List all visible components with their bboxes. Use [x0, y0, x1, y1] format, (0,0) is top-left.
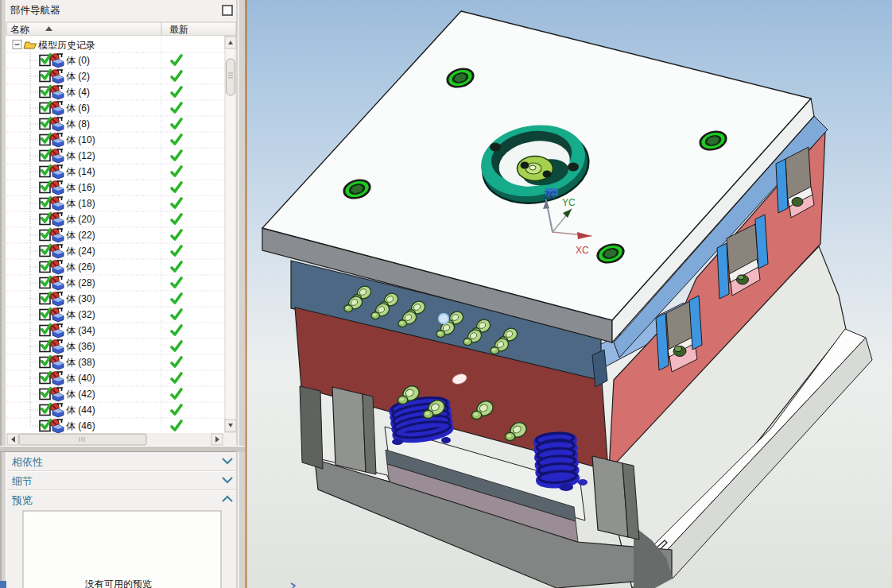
svg-text:体 (44): 体 (44)	[66, 404, 95, 416]
svg-text:YC: YC	[562, 197, 576, 208]
svg-text:体 (16): 体 (16)	[66, 182, 95, 193]
svg-text:体 (32): 体 (32)	[66, 309, 95, 320]
svg-text:体 (4): 体 (4)	[66, 87, 90, 98]
svg-text:体 (28): 体 (28)	[66, 277, 95, 288]
svg-text:体 (36): 体 (36)	[66, 341, 95, 352]
svg-text:名称: 名称	[10, 24, 29, 35]
svg-text:部件导航器: 部件导航器	[10, 5, 60, 16]
svg-text:体 (34): 体 (34)	[66, 325, 95, 336]
svg-text:体 (6): 体 (6)	[66, 103, 90, 114]
svg-text:相依性: 相依性	[11, 456, 43, 468]
svg-text:细节: 细节	[12, 475, 33, 487]
svg-text:体 (42): 体 (42)	[66, 389, 95, 400]
svg-text:体 (40): 体 (40)	[66, 373, 95, 384]
svg-text:体 (0): 体 (0)	[66, 55, 90, 66]
svg-text:体 (14): 体 (14)	[66, 166, 95, 177]
svg-text:模型历史记录: 模型历史记录	[38, 40, 95, 51]
svg-text:体 (38): 体 (38)	[66, 357, 95, 368]
svg-text:体 (24): 体 (24)	[66, 246, 95, 257]
svg-text:体 (18): 体 (18)	[66, 198, 95, 209]
svg-text:体 (26): 体 (26)	[66, 261, 95, 273]
svg-text:体 (12): 体 (12)	[66, 150, 95, 161]
svg-text:体 (30): 体 (30)	[66, 293, 95, 304]
svg-text:没有可用的预览: 没有可用的预览	[84, 578, 152, 588]
svg-text:体 (8): 体 (8)	[66, 118, 90, 130]
svg-text:体 (20): 体 (20)	[66, 214, 95, 225]
svg-text:体 (22): 体 (22)	[66, 230, 95, 241]
svg-text:ZC: ZC	[544, 190, 557, 201]
svg-text:体 (46): 体 (46)	[66, 420, 95, 431]
svg-text:预览: 预览	[11, 494, 33, 506]
svg-text:体 (10): 体 (10)	[66, 134, 95, 145]
svg-text:最新: 最新	[169, 24, 188, 35]
svg-text:XC: XC	[576, 245, 589, 256]
svg-text:体 (2): 体 (2)	[66, 71, 90, 82]
